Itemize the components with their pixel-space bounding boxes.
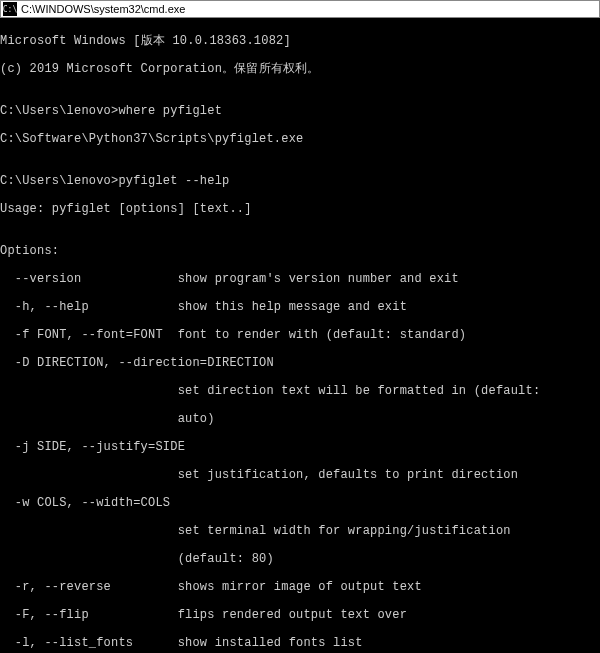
output-line: -r, --reverse shows mirror image of outp…	[0, 580, 600, 594]
cmd-icon: C:\	[3, 2, 17, 16]
prompt-line: C:\Users\lenovo>where pyfiglet	[0, 104, 600, 118]
output-line: set terminal width for wrapping/justific…	[0, 524, 600, 538]
output-line: -w COLS, --width=COLS	[0, 496, 600, 510]
window-title: C:\WINDOWS\system32\cmd.exe	[21, 3, 185, 15]
terminal-output[interactable]: Microsoft Windows [版本 10.0.18363.1082] (…	[0, 18, 600, 653]
output-line: -F, --flip flips rendered output text ov…	[0, 608, 600, 622]
output-line: -f FONT, --font=FONT font to render with…	[0, 328, 600, 342]
output-line: C:\Software\Python37\Scripts\pyfiglet.ex…	[0, 132, 600, 146]
output-line: auto)	[0, 412, 600, 426]
output-line: --version show program's version number …	[0, 272, 600, 286]
output-line: -D DIRECTION, --direction=DIRECTION	[0, 356, 600, 370]
output-line: -l, --list_fonts show installed fonts li…	[0, 636, 600, 650]
window-titlebar[interactable]: C:\ C:\WINDOWS\system32\cmd.exe	[0, 0, 600, 18]
output-line: set direction text will be formatted in …	[0, 384, 600, 398]
output-line: Microsoft Windows [版本 10.0.18363.1082]	[0, 34, 600, 48]
prompt-line: C:\Users\lenovo>pyfiglet --help	[0, 174, 600, 188]
output-line: set justification, defaults to print dir…	[0, 468, 600, 482]
output-line: (default: 80)	[0, 552, 600, 566]
output-line: -j SIDE, --justify=SIDE	[0, 440, 600, 454]
output-line: -h, --help show this help message and ex…	[0, 300, 600, 314]
output-line: (c) 2019 Microsoft Corporation。保留所有权利。	[0, 62, 600, 76]
output-line: Options:	[0, 244, 600, 258]
output-line: Usage: pyfiglet [options] [text..]	[0, 202, 600, 216]
